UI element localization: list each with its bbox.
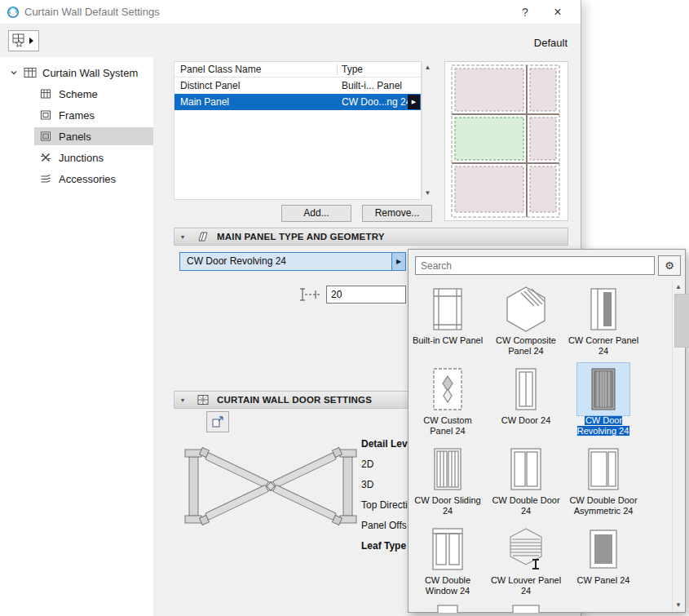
door-setting-label: Panel Offs [361,520,407,531]
panel-type-grid: Built-in CW Panel CW Composite Panel 24 … [409,281,673,613]
door-setting-label: Detail Leve [361,438,413,450]
tree-item-label: Accessories [59,173,116,185]
panel-link-icon [211,415,224,428]
panel-type-selector[interactable]: CW Door Revolving 24 ▶ [179,252,406,271]
panel-type-item-cw-door-sliding-24[interactable]: CW Door Sliding 24 [412,445,484,516]
accessories-icon [39,173,52,184]
curtain-wall-system-icon [24,67,37,78]
panel-type-label: CW Double Window 24 [425,575,470,596]
table-scrollbar[interactable]: ▲ ▼ [422,61,433,200]
add-button[interactable]: Add... [281,205,351,222]
chevron-down-icon [10,67,18,79]
revolving-door-drawing [181,434,360,542]
panel-type-label: CW Door 24 [501,415,551,425]
panel-thumbnail [424,366,471,413]
selector-arrow-icon[interactable]: ▶ [391,253,405,270]
panel-thumbnail [502,445,550,493]
panel-type-label: CW Panel 24 [577,575,630,585]
door-setting-label: Leaf Type [361,540,406,552]
sidebar-item-scheme[interactable]: Scheme [0,85,153,103]
door-setting-label: Top Directi [361,499,408,511]
panel-type-item-partial[interactable] [490,602,562,613]
panel-thumbnail [577,363,629,415]
popup-scrollbar[interactable]: ▲ ▼ [672,281,684,612]
door-options-button[interactable] [206,411,229,432]
door-setting-label: 2D [361,459,373,470]
tree-item-label: Frames [59,109,95,122]
settings-gear-button[interactable]: ⚙ [658,255,681,276]
tree-item-label: Scheme [59,88,98,100]
door-setting-label: 3D [361,479,373,490]
column-divider [337,64,338,75]
scroll-up-icon[interactable]: ▲ [422,62,433,73]
column-header-type: Type [342,64,363,75]
table-header: Panel Class Name Type [174,62,421,78]
panel-type-item-cw-custom-panel-24[interactable]: CW Custom Panel 24 [412,366,484,437]
panel-type-label: CW Door Revolving 24 [577,415,630,436]
panel-type-label: CW Door Sliding 24 [414,495,480,516]
panel-thumbnail [580,525,627,573]
title-bar[interactable]: Curtain Wall Default Settings ? × [0,0,581,24]
panel-thickness-input[interactable] [326,286,406,304]
panel-class-table: Panel Class Name Type Distinct Panel Bui… [174,61,422,200]
dialog-title: Curtain Wall Default Settings [24,0,160,24]
scroll-up-icon[interactable]: ▲ [673,281,684,293]
panel-type-label: CW Louver Panel 24 [491,575,561,596]
panels-icon [39,131,52,142]
tree-item-label: Junctions [59,152,104,164]
favorites-button[interactable] [8,30,39,51]
panel-thumbnail [580,286,627,333]
panel-type-item-partial[interactable] [412,602,484,613]
default-label: Default [534,37,568,49]
scroll-down-icon[interactable]: ▼ [422,188,433,199]
panel-type-item-cw-composite-panel-24[interactable]: CW Composite Panel 24 [490,286,562,357]
scheme-icon [39,88,52,100]
panel-type-item-cw-door-revolving-24[interactable]: CW Door Revolving 24 [568,366,639,437]
table-row-selected[interactable]: Main Panel CW Doo...ng 24 ▶ [174,94,421,110]
column-header-panel-class-name: Panel Class Name [180,64,261,75]
panel-type-label: Built-in CW Panel [413,335,483,345]
panel-type-item-cw-double-door-asymmetric-24[interactable]: CW Double Door Asymmetric 24 [568,445,639,516]
cell-type: Built-i... Panel [342,80,402,91]
frames-icon [39,109,52,121]
cell-type: CW Doo...ng 24 [342,96,411,108]
sidebar-item-panels[interactable]: Panels [0,127,153,145]
close-button[interactable]: × [543,0,572,24]
app-icon [7,6,20,19]
cell-panel-class-name: Main Panel [180,96,229,108]
panel-thumbnail [502,286,550,333]
panel-type-label: CW Custom Panel 24 [423,415,471,436]
panel-type-item-built-in-cw-panel[interactable]: Built-in CW Panel [412,286,484,346]
panel-thumbnail [580,445,627,493]
scrollbar-thumb[interactable] [674,294,689,348]
main-panel-icon [196,230,210,243]
search-input[interactable] [415,256,655,275]
panel-type-label: CW Composite Panel 24 [496,335,556,356]
type-flyout-button[interactable]: ▶ [408,95,420,109]
section-main-panel-type[interactable]: ▾ MAIN PANEL TYPE AND GEOMETRY [174,228,568,246]
table-row[interactable]: Distinct Panel Built-i... Panel [174,78,421,94]
sidebar-item-junctions[interactable]: Junctions [0,148,153,166]
sidebar-item-accessories[interactable]: Accessories [0,170,153,188]
panel-type-item-cw-door-24[interactable]: CW Door 24 [490,366,562,426]
panel-type-item-cw-double-door-24[interactable]: CW Double Door 24 [490,445,562,516]
panel-type-item-cw-louver-panel-24[interactable]: CW Louver Panel 24 [490,525,562,596]
scroll-down-icon[interactable]: ▼ [673,600,684,611]
collapse-triangle-icon[interactable]: ▾ [181,233,189,241]
tree-root-label: Curtain Wall System [42,67,138,79]
panel-preview [444,61,568,221]
remove-button[interactable]: Remove... [362,205,432,222]
panel-thumbnail [424,445,471,493]
sidebar-item-curtain-wall-system[interactable]: Curtain Wall System [0,64,153,82]
panel-thumbnail [424,286,471,333]
panel-type-item-cw-corner-panel-24[interactable]: CW Corner Panel 24 [568,286,639,357]
collapse-triangle-icon[interactable]: ▾ [181,397,189,404]
panel-type-value: CW Door Revolving 24 [187,255,286,267]
section-title: MAIN PANEL TYPE AND GEOMETRY [217,232,385,242]
panel-thumbnail [502,366,550,413]
panel-type-item-cw-double-window-24[interactable]: CW Double Window 24 [412,525,484,596]
help-button[interactable]: ? [510,0,540,24]
panel-type-item-cw-panel-24[interactable]: CW Panel 24 [568,525,639,586]
sidebar-item-frames[interactable]: Frames [0,106,153,124]
panel-thumbnail [502,602,550,613]
